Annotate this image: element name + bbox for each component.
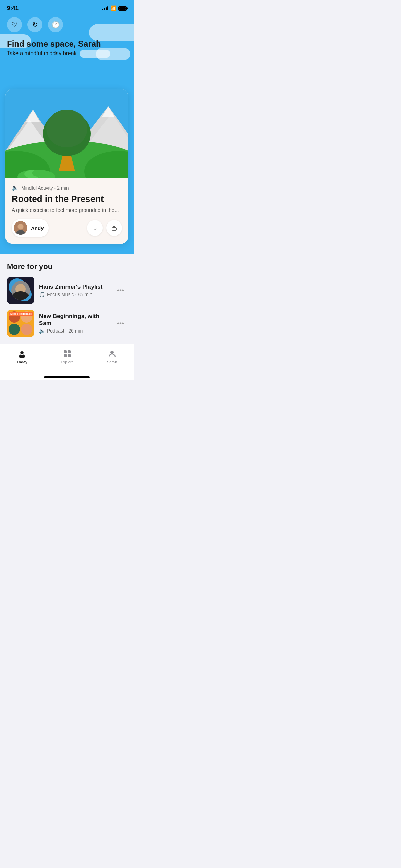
author-chip[interactable]: Andy (12, 219, 49, 237)
svg-point-27 (110, 351, 114, 354)
card-illustration[interactable] (5, 89, 128, 178)
speaker-icon-small: 🔈 (39, 328, 45, 334)
svg-rect-22 (19, 355, 25, 358)
home-bar (44, 376, 90, 378)
podcast-info: New Beginnings, with Sam 🔈 Podcast · 26 … (39, 313, 109, 334)
today-icon (17, 349, 27, 359)
podcast-meta: 🔈 Podcast · 26 min (39, 328, 109, 334)
status-icons: 📶 (102, 5, 127, 11)
hero-section: ♡ ↻ 🕐 Find some space, Sarah Take a mind… (0, 14, 134, 89)
wifi-icon: 📶 (110, 5, 116, 11)
status-time: 9:41 (7, 5, 19, 12)
nav-item-today[interactable]: Today (10, 348, 35, 365)
svg-point-20 (18, 224, 23, 229)
explore-icon (62, 349, 72, 359)
svg-point-14 (32, 170, 44, 177)
more-section: More for you Hans Zimmer's Playlist 🎵 Fo… (0, 254, 134, 337)
share-button[interactable] (106, 220, 122, 236)
svg-rect-21 (112, 228, 116, 230)
nav-item-explore[interactable]: Explore (54, 348, 80, 365)
favorite-button[interactable]: ♡ (87, 220, 103, 236)
svg-rect-25 (64, 354, 67, 357)
hans-thumbnail (7, 277, 34, 304)
dear-headspace-label: Dear Headspace (9, 312, 33, 316)
list-item-hans[interactable]: Hans Zimmer's Playlist 🎵 Focus Music · 8… (7, 277, 127, 304)
svg-rect-24 (68, 350, 71, 353)
hans-title: Hans Zimmer's Playlist (39, 284, 109, 290)
card-description: A quick exercise to feel more grounded i… (12, 207, 122, 213)
card-content: 🔈 Mindful Activity · 2 min Rooted in the… (5, 178, 128, 244)
refresh-button[interactable]: ↻ (27, 17, 42, 32)
signal-icon (102, 6, 108, 10)
action-buttons: ♡ (87, 220, 122, 236)
svg-rect-23 (64, 350, 67, 353)
svg-point-12 (46, 110, 87, 147)
subtitle-pill (80, 50, 110, 58)
heart-button[interactable]: ♡ (7, 17, 22, 32)
podcast-title: New Beginnings, with Sam (39, 313, 109, 327)
main-card: 🔈 Mindful Activity · 2 min Rooted in the… (5, 89, 128, 244)
music-icon: 🎵 (39, 292, 45, 297)
nav-item-profile[interactable]: Sarah (100, 348, 124, 365)
speaker-icon: 🔈 (12, 184, 19, 191)
battery-icon (118, 6, 127, 11)
hans-meta: 🎵 Focus Music · 85 min (39, 292, 109, 297)
author-avatar (14, 221, 27, 235)
explore-label: Explore (61, 360, 73, 364)
card-meta-text: Mindful Activity · 2 min (21, 185, 69, 191)
home-indicator (0, 374, 134, 380)
profile-label: Sarah (107, 360, 117, 364)
card-title: Rooted in the Present (12, 194, 122, 204)
greeting-title: Find some space, Sarah (7, 39, 127, 49)
card-footer: Andy ♡ (12, 219, 122, 237)
bottom-nav: Today Explore Sarah (0, 344, 134, 374)
top-icons-row: ♡ ↻ 🕐 (7, 17, 127, 32)
today-label: Today (17, 360, 28, 364)
profile-icon (107, 349, 117, 359)
greeting-subtitle: Take a mindful midday break. (7, 50, 127, 58)
podcast-more-button[interactable]: ••• (114, 317, 127, 330)
list-item-podcast[interactable]: Dear Headspace New Beginnings, with Sam … (7, 310, 127, 337)
status-bar: 9:41 📶 (0, 0, 134, 14)
more-section-title: More for you (7, 262, 127, 271)
hans-info: Hans Zimmer's Playlist 🎵 Focus Music · 8… (39, 284, 109, 297)
podcast-thumbnail: Dear Headspace (7, 310, 34, 337)
clock-button[interactable]: 🕐 (48, 17, 63, 32)
svg-rect-26 (68, 354, 71, 357)
card-meta: 🔈 Mindful Activity · 2 min (12, 184, 122, 191)
author-name: Andy (31, 225, 44, 231)
hans-more-button[interactable]: ••• (114, 284, 127, 297)
